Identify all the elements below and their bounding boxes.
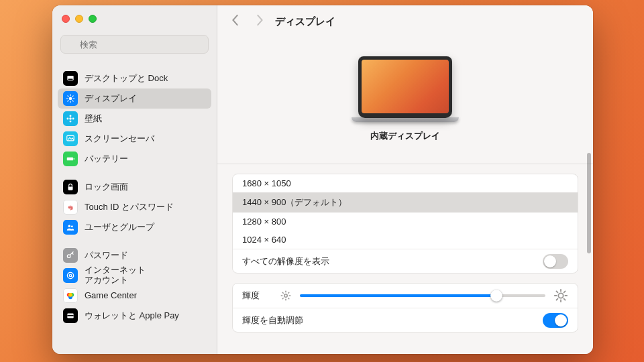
svg-line-49 xyxy=(564,291,566,292)
wallet-icon xyxy=(63,308,78,323)
key-icon xyxy=(63,248,78,263)
svg-point-29 xyxy=(68,293,72,297)
auto-brightness-row: 輝度を自動調節 xyxy=(233,308,578,332)
sidebar-item-label: ユーザとグループ xyxy=(85,223,154,233)
sidebar-item-label: デスクトップと Dock xyxy=(85,74,168,84)
sidebar-nav: デスクトップと Dockディスプレイ壁紙スクリーンセーババッテリー ロック画面T… xyxy=(52,60,217,354)
sidebar-item-screensaver[interactable]: スクリーンセーバ xyxy=(58,129,211,149)
sidebar-item-wallpaper[interactable]: 壁紙 xyxy=(58,109,211,129)
sidebar-item-internet-accounts[interactable]: インターネット アカウント xyxy=(58,265,211,286)
flower-icon xyxy=(63,111,78,126)
svg-line-40 xyxy=(288,292,289,293)
sidebar-item-label: ディスプレイ xyxy=(85,94,137,104)
resolution-option[interactable]: 1440 × 900（デフォルト） xyxy=(233,192,578,213)
svg-point-16 xyxy=(66,118,68,120)
sidebar-item-passwords[interactable]: パスワード xyxy=(58,245,211,265)
sidebar-item-label: パスワード xyxy=(85,251,128,261)
close-button[interactable] xyxy=(62,15,70,23)
sidebar-item-label: バッテリー xyxy=(85,154,128,164)
svg-line-12 xyxy=(72,96,73,97)
settings-window: デスクトップと Dockディスプレイ壁紙スクリーンセーババッテリー ロック画面T… xyxy=(52,5,593,354)
sidebar-item-label: Touch ID とパスワード xyxy=(85,202,174,213)
auto-brightness-toggle[interactable] xyxy=(543,313,568,328)
svg-line-47 xyxy=(564,299,566,300)
svg-line-10 xyxy=(72,101,73,101)
resolution-panel: 1680 × 10501440 × 900（デフォルト）1280 × 80010… xyxy=(232,174,578,274)
search-box[interactable] xyxy=(60,35,209,54)
sidebar-item-label: スクリーンセーバ xyxy=(85,134,154,144)
fingerprint-icon xyxy=(63,200,78,215)
scrollbar[interactable] xyxy=(587,153,591,253)
svg-point-14 xyxy=(70,115,72,117)
show-all-resolutions-row: すべての解像度を表示 xyxy=(233,249,578,273)
at-icon xyxy=(63,268,78,283)
svg-rect-31 xyxy=(67,315,73,316)
sidebar-item-label: ロック画面 xyxy=(85,182,128,192)
sidebar-item-battery[interactable]: バッテリー xyxy=(58,149,211,169)
svg-line-48 xyxy=(556,299,557,300)
gamecenter-icon xyxy=(63,288,78,303)
forward-button[interactable] xyxy=(255,14,264,29)
svg-point-32 xyxy=(284,294,288,298)
brightness-label: 輝度 xyxy=(242,290,260,302)
sidebar-item-label: 壁紙 xyxy=(85,114,102,124)
dock-icon xyxy=(63,71,78,86)
page-title: ディスプレイ xyxy=(275,15,335,28)
svg-point-4 xyxy=(69,97,72,101)
sun-icon xyxy=(63,91,78,106)
lock-icon xyxy=(63,180,78,194)
resolution-option[interactable]: 1024 × 640 xyxy=(233,231,578,249)
brightness-panel: 輝度 xyxy=(232,283,578,333)
svg-rect-3 xyxy=(68,79,73,80)
window-titlebar xyxy=(52,5,217,32)
resolution-option[interactable]: 1680 × 1050 xyxy=(233,174,578,192)
svg-rect-21 xyxy=(68,186,73,190)
sidebar-item-lock-screen[interactable]: ロック画面 xyxy=(58,177,211,197)
sidebar-item-game-center[interactable]: Game Center xyxy=(58,286,211,306)
display-name-label: 内蔵ディスプレイ xyxy=(370,130,440,142)
sidebar-item-label: ウォレットと Apple Pay xyxy=(85,311,179,321)
brightness-low-icon xyxy=(280,290,292,302)
content-header: ディスプレイ xyxy=(217,5,593,38)
sidebar-item-touchid[interactable]: Touch ID とパスワード xyxy=(58,197,211,217)
svg-rect-20 xyxy=(74,158,74,160)
svg-point-23 xyxy=(71,225,73,227)
sidebar-item-desktop-dock[interactable]: デスクトップと Dock xyxy=(58,68,211,88)
svg-line-37 xyxy=(282,292,283,293)
desktop-background: デスクトップと Dockディスプレイ壁紙スクリーンセーババッテリー ロック画面T… xyxy=(0,0,644,362)
resolution-option[interactable]: 1280 × 800 xyxy=(233,213,578,231)
svg-point-41 xyxy=(558,293,563,298)
svg-line-11 xyxy=(68,101,68,101)
sidebar-item-label: インターネット アカウント xyxy=(85,265,146,286)
content-pane: ディスプレイ 内蔵ディスプレイ 1680 × 10501440 × 900（デフ… xyxy=(217,5,593,354)
show-all-resolutions-label: すべての解像度を表示 xyxy=(242,255,329,267)
sidebar-item-label: Game Center xyxy=(85,291,137,301)
sidebar-item-wallet[interactable]: ウォレットと Apple Pay xyxy=(58,306,211,326)
users-icon xyxy=(63,220,78,235)
battery-icon xyxy=(63,152,78,166)
brightness-slider[interactable] xyxy=(300,294,545,297)
svg-line-39 xyxy=(282,298,283,299)
sidebar-item-users[interactable]: ユーザとグループ xyxy=(58,217,211,237)
laptop-icon xyxy=(358,56,452,118)
svg-point-22 xyxy=(68,225,71,228)
svg-point-17 xyxy=(72,118,74,120)
search-input[interactable] xyxy=(60,35,209,54)
svg-point-15 xyxy=(70,121,72,123)
content-body: 内蔵ディスプレイ 1680 × 10501440 × 900（デフォルト）128… xyxy=(217,38,593,354)
svg-line-9 xyxy=(68,96,68,97)
brightness-row: 輝度 xyxy=(233,284,578,308)
screensaver-icon xyxy=(63,131,78,146)
minimize-button[interactable] xyxy=(75,15,83,23)
maximize-button[interactable] xyxy=(89,15,97,23)
svg-rect-19 xyxy=(67,158,73,161)
svg-line-46 xyxy=(556,291,557,292)
brightness-high-icon xyxy=(553,288,568,303)
sidebar: デスクトップと Dockディスプレイ壁紙スクリーンセーババッテリー ロック画面T… xyxy=(52,5,217,354)
svg-point-13 xyxy=(69,117,72,120)
auto-brightness-label: 輝度を自動調節 xyxy=(242,314,303,326)
back-button[interactable] xyxy=(231,14,240,29)
display-preview: 内蔵ディスプレイ xyxy=(217,38,593,154)
show-all-resolutions-toggle[interactable] xyxy=(543,254,568,269)
sidebar-item-displays[interactable]: ディスプレイ xyxy=(58,88,211,109)
